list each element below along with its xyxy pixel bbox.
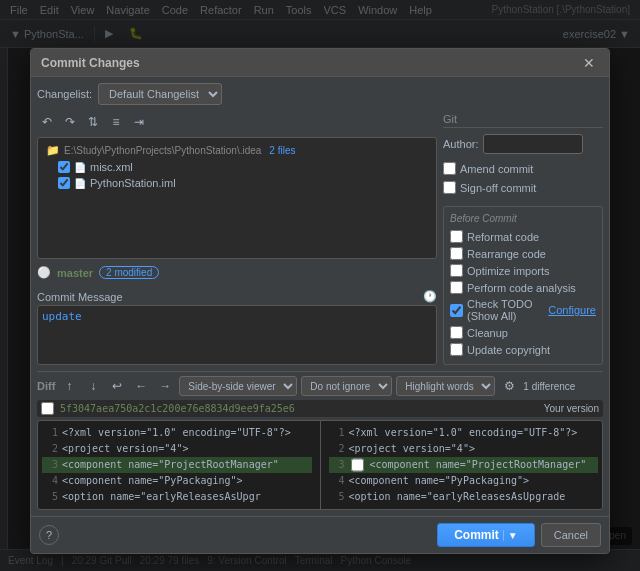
footer-right: Commit ▼ Cancel	[437, 523, 601, 547]
diff-line-2-left: 2 <project version="4">	[42, 441, 312, 457]
check-todo-checkbox[interactable]	[450, 304, 463, 317]
diff-content-3-right: <component name="ProjectRootManager"	[370, 457, 587, 473]
code-analysis-row[interactable]: Perform code analysis	[450, 279, 596, 296]
diff-content-3-left: <component name="ProjectRootManager"	[62, 457, 279, 473]
configure-link[interactable]: Configure	[548, 304, 596, 316]
commit-label: Commit	[454, 528, 499, 542]
git-section-title: Git	[443, 111, 603, 128]
diff-line-1-left: 1 <?xml version="1.0" encoding="UTF-8"?>	[42, 425, 312, 441]
diff-right-btn[interactable]: →	[155, 377, 175, 395]
diff-ignore-select[interactable]: Do not ignore	[301, 376, 392, 396]
signoff-checkbox[interactable]	[443, 181, 456, 194]
check-todo-row[interactable]: Check TODO (Show All) Configure	[450, 296, 596, 324]
diff-toolbar: Diff ↑ ↓ ↩ ← → Side-by-side viewer Do no…	[37, 376, 603, 396]
undo-button[interactable]: ↶	[37, 113, 57, 131]
diff-line-4-left: 4 <component name="PyPackaging">	[42, 473, 312, 489]
cleanup-label: Cleanup	[467, 327, 508, 339]
commit-message-text: update	[42, 310, 82, 323]
check-todo-label: Check TODO (Show All)	[467, 298, 541, 322]
modal-footer: ? Commit ▼ Cancel	[31, 516, 609, 553]
right-panel: Git Author: Amend commit	[443, 111, 603, 365]
diff-content-1-left: <?xml version="1.0" encoding="UTF-8"?>	[62, 425, 291, 441]
diff-section: Diff ↑ ↓ ↩ ← → Side-by-side viewer Do no…	[37, 371, 603, 510]
commit-dropdown-arrow[interactable]: ▼	[503, 530, 518, 541]
diff-divider	[320, 421, 321, 509]
diff-content-2-right: <project version="4">	[349, 441, 475, 457]
rearrange-label: Rearrange code	[467, 248, 546, 260]
diff-up-btn[interactable]: ↑	[59, 377, 79, 395]
file-item-iml[interactable]: 📄 PythonStation.iml	[42, 175, 432, 191]
reformat-label: Reformat code	[467, 231, 539, 243]
linenum-4-left: 4	[42, 473, 58, 489]
diff-down-btn[interactable]: ↓	[83, 377, 103, 395]
linenum-3-left: 3	[42, 457, 58, 473]
update-copyright-checkbox[interactable]	[450, 343, 463, 356]
changelist-select[interactable]: Default Changelist	[98, 83, 222, 105]
amend-checkbox[interactable]	[443, 162, 456, 175]
diff-left-panel: 1 <?xml version="1.0" encoding="UTF-8"?>…	[38, 421, 316, 509]
your-version-label: Your version	[544, 403, 599, 414]
diff-right-panel: 1 <?xml version="1.0" encoding="UTF-8"?>…	[325, 421, 603, 509]
commit-button[interactable]: Commit ▼	[437, 523, 535, 547]
author-label: Author:	[443, 138, 479, 150]
diff-line-3-checkbox[interactable]	[351, 457, 364, 473]
iml-icon: 📄	[74, 178, 86, 189]
rearrange-row[interactable]: Rearrange code	[450, 245, 596, 262]
redo-button[interactable]: ↷	[60, 113, 80, 131]
file-name-iml: PythonStation.iml	[90, 177, 176, 189]
sha-text: 5f3047aea750a2c1c200e76e8834d9ee9fa25e6	[60, 403, 295, 414]
diff-line-3-right: 3 <component name="ProjectRootManager"	[329, 457, 599, 473]
changelist-label: Changelist:	[37, 88, 92, 100]
reformat-row[interactable]: Reformat code	[450, 228, 596, 245]
update-copyright-row[interactable]: Update copyright	[450, 341, 596, 358]
diff-left-btn[interactable]: ←	[131, 377, 151, 395]
signoff-label: Sign-off commit	[460, 182, 536, 194]
diff-content-2-left: <project version="4">	[62, 441, 188, 457]
expand-button[interactable]: ⇥	[129, 113, 149, 131]
file-checkbox-iml[interactable]	[58, 177, 70, 189]
diff-line-5-right: 5 <option name="earlyReleasesAsUpgrade	[329, 489, 599, 505]
branch-name: master	[57, 267, 93, 279]
linenum-2-left: 2	[42, 441, 58, 457]
diff-content-5-right: <option name="earlyReleasesAsUpgrade	[349, 489, 566, 505]
cleanup-row[interactable]: Cleanup	[450, 324, 596, 341]
diff-line-4-right: 4 <component name="PyPackaging">	[329, 473, 599, 489]
linenum-3-right: 3	[329, 457, 345, 473]
diff-content-5-left: <option name="earlyReleasesAsUpgr	[62, 489, 261, 505]
ide-background: File Edit View Navigate Code Refactor Ru…	[0, 0, 640, 571]
left-panel: ↶ ↷ ⇅ ≡ ⇥ 📁 E:\Study\PythonProjects\Pyth…	[37, 111, 437, 365]
linenum-1-right: 1	[329, 425, 345, 441]
group-button[interactable]: ≡	[106, 113, 126, 131]
file-checkbox-misc[interactable]	[58, 161, 70, 173]
commit-message-label: Commit Message 🕐	[37, 290, 437, 303]
rearrange-checkbox[interactable]	[450, 247, 463, 260]
file-name-misc: misc.xml	[90, 161, 133, 173]
commit-message-display[interactable]: update	[37, 305, 437, 365]
file-item-misc[interactable]: 📄 misc.xml	[42, 159, 432, 175]
optimize-checkbox[interactable]	[450, 264, 463, 277]
linenum-4-right: 4	[329, 473, 345, 489]
author-input[interactable]	[483, 134, 583, 154]
cancel-button[interactable]: Cancel	[541, 523, 601, 547]
signoff-commit-row[interactable]: Sign-off commit	[443, 179, 603, 196]
diff-settings-btn[interactable]: ⚙	[499, 377, 519, 395]
cleanup-checkbox[interactable]	[450, 326, 463, 339]
help-button[interactable]: ?	[39, 525, 59, 545]
changelist-row: Changelist: Default Changelist	[37, 83, 603, 105]
tree-root-path: 📁 E:\Study\PythonProjects\PythonStation\…	[42, 142, 432, 159]
sort-button[interactable]: ⇅	[83, 113, 103, 131]
modal-overlay: Commit Changes ✕ Changelist: Default Cha…	[0, 0, 640, 571]
amend-label: Amend commit	[460, 163, 533, 175]
code-analysis-label: Perform code analysis	[467, 282, 576, 294]
close-icon[interactable]: ✕	[579, 55, 599, 71]
diff-wrap-btn[interactable]: ↩	[107, 377, 127, 395]
reformat-checkbox[interactable]	[450, 230, 463, 243]
code-analysis-checkbox[interactable]	[450, 281, 463, 294]
sha-checkbox[interactable]	[41, 402, 54, 415]
diff-line-5-left: 5 <option name="earlyReleasesAsUpgr	[42, 489, 312, 505]
diff-content-1-right: <?xml version="1.0" encoding="UTF-8"?>	[349, 425, 578, 441]
diff-highlight-select[interactable]: Highlight words	[396, 376, 495, 396]
optimize-row[interactable]: Optimize imports	[450, 262, 596, 279]
amend-commit-row[interactable]: Amend commit	[443, 160, 603, 177]
diff-viewer-select[interactable]: Side-by-side viewer	[179, 376, 297, 396]
